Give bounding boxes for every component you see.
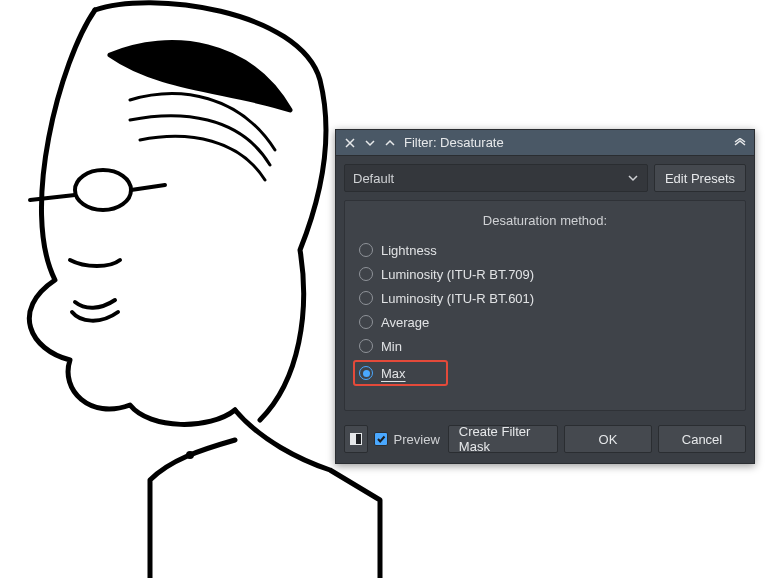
svg-point-0 xyxy=(186,451,194,459)
radio-label: Min xyxy=(381,339,402,354)
radio-min[interactable]: Min xyxy=(357,334,733,358)
radio-label: Average xyxy=(381,315,429,330)
group-title: Desaturation method: xyxy=(357,213,733,228)
preset-selected: Default xyxy=(353,171,627,186)
radio-luminosity-709[interactable]: Luminosity (ITU-R BT.709) xyxy=(357,262,733,286)
dialog-footer: Preview Create Filter Mask OK Cancel xyxy=(336,419,754,463)
radio-average[interactable]: Average xyxy=(357,310,733,334)
filter-dialog: Filter: Desaturate Default Edit Presets … xyxy=(335,129,755,464)
titlebar: Filter: Desaturate xyxy=(336,130,754,156)
radio-icon xyxy=(359,366,373,380)
radio-label: Lightness xyxy=(381,243,437,258)
radio-icon xyxy=(359,339,373,353)
preset-select[interactable]: Default xyxy=(344,164,648,192)
radio-luminosity-601[interactable]: Luminosity (ITU-R BT.601) xyxy=(357,286,733,310)
preview-label: Preview xyxy=(394,432,440,447)
radio-max[interactable]: Max xyxy=(357,366,406,381)
chevron-down-icon xyxy=(627,172,639,184)
chevron-up-icon[interactable] xyxy=(384,137,396,149)
selection-highlight: Max xyxy=(353,360,448,386)
dialog-title: Filter: Desaturate xyxy=(404,135,726,150)
cancel-button[interactable]: Cancel xyxy=(658,425,746,453)
radio-lightness[interactable]: Lightness xyxy=(357,238,733,262)
radio-label: Max xyxy=(381,366,406,381)
create-filter-mask-button[interactable]: Create Filter Mask xyxy=(448,425,558,453)
preset-row: Default Edit Presets xyxy=(336,156,754,200)
collapse-icon[interactable] xyxy=(734,137,746,149)
checkbox-icon xyxy=(374,432,388,446)
radio-icon xyxy=(359,243,373,257)
desaturation-group: Desaturation method: Lightness Luminosit… xyxy=(344,200,746,411)
ok-button[interactable]: OK xyxy=(564,425,652,453)
radio-label: Luminosity (ITU-R BT.709) xyxy=(381,267,534,282)
radio-icon xyxy=(359,291,373,305)
radio-icon xyxy=(359,315,373,329)
radio-icon xyxy=(359,267,373,281)
chevron-down-icon[interactable] xyxy=(364,137,376,149)
close-icon[interactable] xyxy=(344,137,356,149)
compare-button[interactable] xyxy=(344,425,368,453)
split-compare-icon xyxy=(350,433,362,445)
edit-presets-button[interactable]: Edit Presets xyxy=(654,164,746,192)
preview-toggle[interactable]: Preview xyxy=(374,432,440,447)
radio-label: Luminosity (ITU-R BT.601) xyxy=(381,291,534,306)
